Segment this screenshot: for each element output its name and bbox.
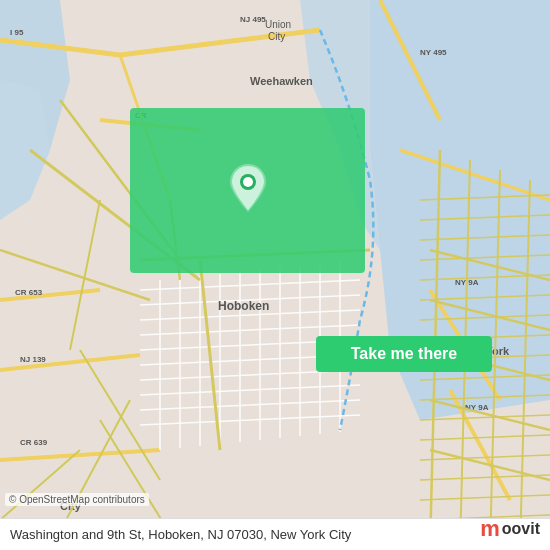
address-text: Washington and 9th St, Hoboken, NJ 07030…	[10, 527, 540, 542]
location-pin	[230, 164, 266, 208]
osm-attribution: © OpenStreetMap contributors	[5, 493, 149, 506]
svg-text:NJ 139: NJ 139	[20, 355, 46, 364]
svg-text:City: City	[268, 31, 285, 42]
moovit-m-letter: m	[480, 516, 500, 542]
map-container: I 95 NJ 495 NY 495 CR CR 653 NJ 139 CR 6…	[0, 0, 550, 550]
moovit-text: oovit	[502, 520, 540, 538]
svg-text:I 95: I 95	[10, 28, 24, 37]
svg-text:NY 495: NY 495	[420, 48, 447, 57]
moovit-logo: m oovit	[480, 516, 540, 542]
svg-text:Hoboken: Hoboken	[218, 299, 269, 313]
svg-text:CR 639: CR 639	[20, 438, 48, 447]
action-overlay: Take me there	[130, 108, 365, 273]
take-me-there-button[interactable]: Take me there	[316, 336, 492, 372]
bottom-bar: Washington and 9th St, Hoboken, NJ 07030…	[0, 518, 550, 550]
svg-point-89	[243, 177, 253, 187]
svg-text:CR 653: CR 653	[15, 288, 43, 297]
svg-text:NJ 495: NJ 495	[240, 15, 266, 24]
svg-text:Weehawken: Weehawken	[250, 75, 313, 87]
map-background: I 95 NJ 495 NY 495 CR CR 653 NJ 139 CR 6…	[0, 0, 550, 550]
svg-text:Union: Union	[265, 19, 291, 30]
